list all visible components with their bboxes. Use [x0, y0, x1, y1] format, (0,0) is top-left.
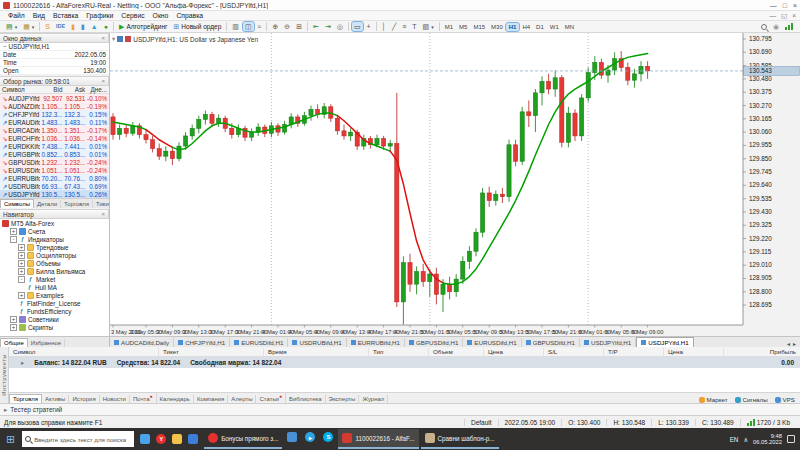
taskbar-app-mt5[interactable]: 1100022616 - AlfaF...: [338, 429, 418, 449]
navigator-item-Examples[interactable]: +Examples: [0, 291, 109, 299]
zoom-in-button[interactable]: ⊕: [270, 22, 280, 31]
expand-icon[interactable]: +: [18, 292, 25, 299]
close-button[interactable]: ×: [793, 2, 797, 9]
market-watch-row-AUDNZDifd[interactable]: ↘AUDNZDifd1.105...1.105...-0.19%: [0, 102, 109, 110]
timeframe-D1[interactable]: D1: [534, 23, 547, 31]
navigator-item-Билла Вильямса[interactable]: +Билла Вильямса: [0, 267, 109, 275]
start-button[interactable]: ⊞: [2, 433, 19, 446]
navigator-tab-Избранное[interactable]: Избранное: [28, 339, 65, 347]
web-terminal-button[interactable]: ●: [102, 22, 110, 31]
toolbox-col-Символ[interactable]: Символ: [9, 348, 159, 356]
lock-button[interactable]: ▮: [69, 22, 77, 31]
timeframe-M15[interactable]: M15: [471, 23, 488, 31]
chart-tab-EURRUBifd,H1[interactable]: EURRUBifd,H1: [347, 338, 405, 347]
collapse-icon[interactable]: -: [18, 276, 25, 283]
navigator-item-Трендовые[interactable]: +Трендовые: [0, 243, 109, 251]
toolbox-tab-История[interactable]: История: [69, 395, 99, 403]
toolbox-col-S/L[interactable]: S/L: [544, 348, 604, 356]
menu-Сервис[interactable]: Сервис: [117, 12, 148, 19]
mql5-community-button[interactable]: S: [43, 22, 52, 31]
taskbar-icon-store[interactable]: [137, 431, 153, 447]
toolbox-col-Цена[interactable]: Цена: [484, 348, 544, 356]
expand-icon[interactable]: +: [18, 252, 25, 259]
menu-Графики[interactable]: Графики: [82, 12, 117, 19]
chart-tab-USDRUBifd,H1[interactable]: USDRUBifd,H1: [288, 338, 346, 347]
toolbox-col-Цена[interactable]: Цена: [664, 348, 724, 356]
tab-scroll-left-icon[interactable]: ◂: [787, 340, 790, 347]
chart-tab-CHFJPYifd,H1[interactable]: CHFJPYifd,H1: [174, 338, 230, 347]
help-icon[interactable]: ◉: [773, 23, 779, 31]
child-minimize-button[interactable]: —: [770, 12, 777, 20]
toolbox-col-Тикет[interactable]: Тикет: [159, 348, 264, 356]
close-icon[interactable]: ×: [101, 78, 105, 84]
toolbox-col-T/P[interactable]: T/P: [604, 348, 664, 356]
shapes-button[interactable]: ▧▾: [421, 22, 436, 31]
crosshair-button[interactable]: +: [365, 22, 373, 31]
expand-icon[interactable]: +: [18, 268, 25, 275]
expander-icon[interactable]: ▸: [4, 406, 7, 414]
child-restore-button[interactable]: ◱: [781, 12, 787, 20]
clock[interactable]: 9:48 06.05.2022: [753, 433, 782, 446]
toolbox-col-Время[interactable]: Время: [264, 348, 369, 356]
taskbar-app-doc[interactable]: Сравни шаблон-р...: [421, 429, 499, 449]
channel-button[interactable]: ≡: [400, 22, 408, 31]
chart-tab-AUDCADifd,Daily[interactable]: AUDCADifd,Daily: [110, 338, 174, 347]
navigator-item-Скрипты[interactable]: +Скрипты: [0, 323, 109, 331]
navigator-item-Советники[interactable]: +Советники: [0, 315, 109, 323]
collapse-icon[interactable]: -: [10, 236, 17, 243]
navigator-item-Объемы[interactable]: +Объемы: [0, 259, 109, 267]
chart-tab-USDJPYifd,H1[interactable]: USDJPYifd,H1: [580, 338, 636, 347]
market-watch-row-EURGBPifd[interactable]: ↗EURGBPifd0.852...0.853...0.01%: [0, 150, 109, 158]
navigator-tab-Общие[interactable]: Общие: [0, 338, 28, 347]
language-indicator[interactable]: EN: [730, 436, 739, 443]
menu-Вставка[interactable]: Вставка: [49, 12, 82, 19]
timeframe-H4[interactable]: H4: [520, 23, 533, 31]
navigator-item-Осцилляторы[interactable]: +Осцилляторы: [0, 251, 109, 259]
market-watch-row-USDJPYifd[interactable]: ↗USDJPYifd130.5...130.5...0.26%: [0, 190, 109, 198]
toolbox-link-VPS[interactable]: VPS: [775, 396, 795, 403]
market-watch-row-EURDKKifd[interactable]: ↗EURDKKifd7.438...7.441...0.01%: [0, 142, 109, 150]
shift-right-button[interactable]: ⇥: [323, 22, 333, 31]
expand-icon[interactable]: +: [10, 316, 17, 323]
market-watch-tab-Торговля[interactable]: Торговля: [61, 200, 93, 208]
market-watch-tab-Символы[interactable]: Символы: [0, 199, 34, 208]
grid-button[interactable]: ⊞: [294, 22, 304, 31]
taskbar-icon-yandex[interactable]: Y: [153, 431, 169, 447]
taskbar-icon-people[interactable]: [284, 429, 300, 445]
timeframe-W1[interactable]: W1: [547, 23, 561, 31]
chart-tab-EURUSDifd,H1[interactable]: EURUSDifd,H1: [230, 338, 288, 347]
market-watch-row-EURCADifd[interactable]: ↘EURCADifd1.350...1.351...-0.17%: [0, 126, 109, 134]
navigator-item-Hull MA[interactable]: ƒHull MA: [0, 283, 109, 291]
chart-tab-USDJPYifd,H1[interactable]: USDJPYifd,H1: [636, 337, 693, 347]
algo-trading-button[interactable]: ▶Алготрейдинг: [117, 22, 169, 31]
chart-tab-EURUSDifd,H1[interactable]: EURUSDifd,H1: [463, 338, 521, 347]
market-watch-row-EURUSDifd[interactable]: ↘EURUSDifd1.051...1.051...-0.24%: [0, 166, 109, 174]
candles-chart-button[interactable]: ◫: [243, 22, 254, 31]
vertical-line-button[interactable]: │: [380, 22, 388, 31]
timeframe-M5[interactable]: M5: [457, 23, 470, 31]
toolbox-tab-Алерты[interactable]: Алерты: [228, 395, 256, 403]
hidden-icons-chevron[interactable]: ∧: [743, 436, 748, 443]
chat-button[interactable]: ▮: [79, 22, 87, 31]
profile-name[interactable]: Default: [464, 419, 498, 426]
toolbox-tab-Компания[interactable]: Компания: [194, 395, 228, 403]
trendline-button[interactable]: ╱: [390, 22, 398, 31]
zoom-out-button[interactable]: ⊖: [282, 22, 292, 31]
toolbox-tab-Календарь[interactable]: Календарь: [157, 395, 194, 403]
menu-Вид[interactable]: Вид: [29, 12, 49, 19]
price-chart[interactable]: 130.795130.690130.585130.480130.375130.2…: [110, 33, 800, 336]
expand-icon[interactable]: +: [18, 260, 25, 267]
child-close-button[interactable]: ×: [792, 12, 796, 20]
navigator-item-FundsEfficiency[interactable]: ƒFundsEfficiency: [0, 307, 109, 315]
market-watch-row-AUDJPYifd[interactable]: ↘AUDJPYifd92.50792.531-0.10%: [0, 94, 109, 102]
timeframe-H1[interactable]: H1: [506, 23, 519, 31]
close-icon[interactable]: ×: [101, 35, 105, 41]
navigator-item-Market[interactable]: -ƒMarket: [0, 275, 109, 283]
market-watch-row-EURRUBifd[interactable]: ↗EURRUBifd70.20...70.76...0.80%: [0, 174, 109, 182]
market-watch-row-USDRUBifd[interactable]: ↗USDRUBifd66.93...67.43...0.69%: [0, 182, 109, 190]
timeframe-M1[interactable]: M1: [442, 23, 455, 31]
new-order-button[interactable]: ⊞Новый ордер: [171, 22, 223, 31]
cloud-button[interactable]: ▲: [89, 22, 100, 31]
timeframe-MN[interactable]: MN: [562, 23, 576, 31]
chart-tab-GBPUSDifd,H1[interactable]: GBPUSDifd,H1: [405, 338, 463, 347]
